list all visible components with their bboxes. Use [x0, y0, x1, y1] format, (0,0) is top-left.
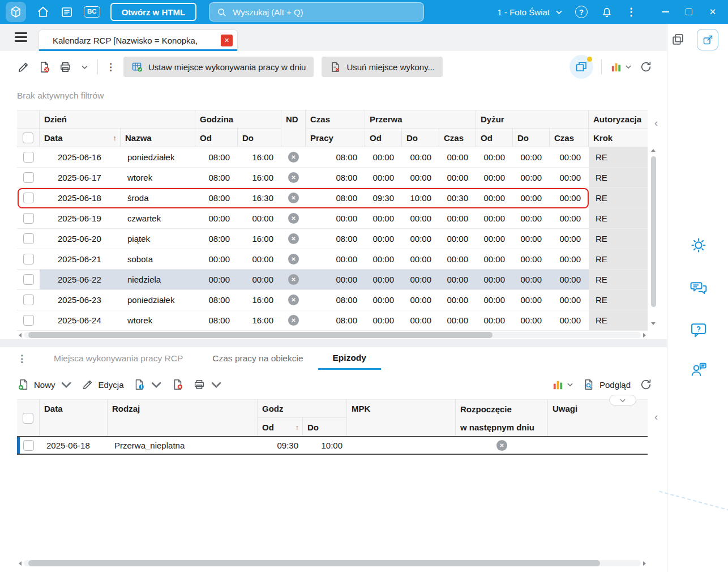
column-header-dyzur-czas[interactable]: Czas: [550, 129, 589, 147]
calendar-row[interactable]: 2025-06-21sobota00:0000:00✕00:0000:0000:…: [17, 249, 648, 270]
column-header-nazwa[interactable]: Nazwa: [121, 129, 195, 147]
horizontal-scrollbar-track[interactable]: [24, 332, 641, 338]
scroll-right-arrow[interactable]: [643, 561, 646, 566]
new-button[interactable]: Nowy: [17, 378, 72, 391]
column-header-pracy[interactable]: Pracy: [306, 129, 365, 147]
print-button[interactable]: [59, 61, 72, 74]
vertical-scrollbar-thumb[interactable]: [651, 156, 656, 307]
more-actions-button[interactable]: ⋮: [106, 62, 115, 72]
column-header-nd[interactable]: ND: [281, 110, 306, 147]
column-header-dyzur-do[interactable]: Do: [513, 129, 550, 147]
share-button[interactable]: [697, 29, 718, 50]
comments-button[interactable]: [688, 277, 709, 298]
row-checkbox[interactable]: [23, 440, 34, 451]
calendar-row[interactable]: 2025-06-22niedziela00:0000:00✕00:0000:00…: [17, 270, 648, 290]
column-header-data[interactable]: Data ↑: [40, 129, 121, 147]
vertical-scrollbar[interactable]: [649, 146, 658, 330]
tab-close-button[interactable]: ✕: [221, 35, 233, 46]
episode-row[interactable]: 2025-06-18 Przerwa_nieplatna 09:30 10:00…: [17, 436, 648, 455]
menu-button[interactable]: [15, 32, 27, 42]
select-all-checkbox[interactable]: [23, 133, 33, 143]
calendar-row[interactable]: 2025-06-16poniedziałek08:0016:00✕08:0000…: [17, 147, 648, 168]
news-button[interactable]: [60, 5, 74, 19]
column-header-przerwa-czas[interactable]: Czas: [439, 129, 476, 147]
calendar-row[interactable]: 2025-06-24wtorek08:0016:00✕08:0000:0000:…: [17, 310, 648, 331]
details-tabs-menu-button[interactable]: ⋮: [17, 354, 27, 364]
collapse-details-button[interactable]: [609, 395, 636, 405]
tab-miejsca-wykonywania[interactable]: Miejsca wykonywania pracy RCP: [39, 347, 198, 370]
column-header-od[interactable]: Od ↑: [258, 418, 303, 436]
tab-kalendarz-rcp[interactable]: Kalendarz RCP [Nazwisko = Konopka, ✕: [38, 29, 238, 51]
refresh-episodes-button[interactable]: [640, 378, 652, 391]
row-checkbox[interactable]: [23, 294, 34, 305]
row-checkbox[interactable]: [23, 193, 34, 203]
window-mode-button[interactable]: [569, 55, 593, 79]
analyses-button[interactable]: [610, 61, 632, 74]
close-button[interactable]: ✕: [703, 2, 722, 22]
search-input[interactable]: [233, 7, 417, 17]
set-workplace-button[interactable]: Ustaw miejsce wykonywania pracy w dniu: [123, 57, 314, 77]
edit-episode-button[interactable]: Edycja: [82, 378, 124, 391]
document-info-button[interactable]: [133, 378, 162, 391]
print-options-chevron[interactable]: [80, 62, 89, 72]
panel-layout-button[interactable]: [671, 32, 685, 46]
refresh-button[interactable]: [640, 61, 652, 73]
row-checkbox[interactable]: [23, 233, 34, 244]
edit-button[interactable]: [17, 61, 30, 74]
column-header-rodzaj[interactable]: Rodzaj: [108, 400, 258, 436]
contact-person-button[interactable]: [688, 359, 709, 381]
column-header-przerwa-do[interactable]: Do: [402, 129, 439, 147]
tab-epizody[interactable]: Epizody: [318, 347, 381, 370]
scroll-right-arrow[interactable]: [643, 333, 646, 338]
calendar-row[interactable]: 2025-06-23poniedziałek08:0016:00✕08:0000…: [17, 290, 648, 310]
help-chat-button[interactable]: [688, 319, 709, 341]
scroll-left-arrow[interactable]: [19, 561, 22, 566]
company-selector[interactable]: 1 - Foto Świat: [497, 7, 563, 17]
column-header-uwagi[interactable]: Uwagi: [548, 400, 648, 436]
row-checkbox[interactable]: [23, 152, 34, 163]
horizontal-scrollbar-thumb[interactable]: [28, 332, 493, 338]
select-all-checkbox[interactable]: [23, 413, 33, 424]
horizontal-scrollbar[interactable]: [17, 331, 648, 339]
calendar-row[interactable]: 2025-06-18środa08:0016:30✕08:0009:3010:0…: [17, 188, 648, 208]
column-header-mpk[interactable]: MPK: [347, 400, 456, 436]
collapse-panel-chevron[interactable]: ‹: [654, 118, 658, 128]
notifications-button[interactable]: [600, 5, 614, 19]
remove-workplace-button[interactable]: Usuń miejsce wykony...: [322, 57, 443, 77]
delete-episode-button[interactable]: [172, 378, 184, 391]
scroll-down-arrow[interactable]: [651, 322, 656, 325]
overflow-menu-button[interactable]: ⋮: [626, 7, 636, 17]
row-checkbox[interactable]: [23, 315, 34, 326]
horizontal-scrollbar-thumb[interactable]: [28, 560, 600, 566]
row-checkbox[interactable]: [23, 274, 34, 285]
bc-button[interactable]: BC: [84, 6, 100, 18]
tab-czas-pracy-na-obiekcie[interactable]: Czas pracy na obiekcie: [198, 347, 318, 370]
delete-button[interactable]: [38, 61, 51, 74]
calendar-row[interactable]: 2025-06-20piątek08:0016:00✕08:0000:0000:…: [17, 229, 648, 249]
column-header-do[interactable]: Do: [303, 418, 347, 436]
row-checkbox[interactable]: [23, 254, 34, 264]
collapse-panel-chevron[interactable]: ‹: [654, 412, 658, 422]
column-header-do[interactable]: Do: [238, 129, 281, 147]
preview-button[interactable]: Podgląd: [583, 378, 631, 391]
scroll-up-arrow[interactable]: [651, 149, 656, 152]
row-checkbox[interactable]: [23, 172, 34, 183]
horizontal-scrollbar-track[interactable]: [24, 560, 641, 566]
horizontal-scrollbar[interactable]: [17, 559, 648, 567]
column-header-dyzur-od[interactable]: Od: [476, 129, 513, 147]
app-logo[interactable]: [6, 2, 26, 22]
assistant-button[interactable]: [688, 234, 709, 256]
column-header-przerwa-od[interactable]: Od: [365, 129, 402, 147]
column-header-krok[interactable]: Krok: [589, 129, 648, 147]
global-search[interactable]: [209, 2, 424, 22]
open-in-html-button[interactable]: Otwórz w HTML: [110, 3, 197, 21]
calendar-row[interactable]: 2025-06-17wtorek08:0016:00✕08:0000:0000:…: [17, 168, 648, 188]
episodes-analyses-button[interactable]: [551, 378, 573, 391]
minimize-button[interactable]: [656, 2, 675, 22]
help-button[interactable]: ?: [575, 6, 588, 18]
scroll-left-arrow[interactable]: [19, 333, 22, 338]
column-header-rozpoczecie[interactable]: Rozpoczęcie: [456, 400, 548, 418]
calendar-row[interactable]: 2025-06-19czwartek00:0000:00✕00:0000:000…: [17, 208, 648, 229]
print-episodes-button[interactable]: [193, 378, 222, 391]
maximize-button[interactable]: [679, 2, 699, 22]
